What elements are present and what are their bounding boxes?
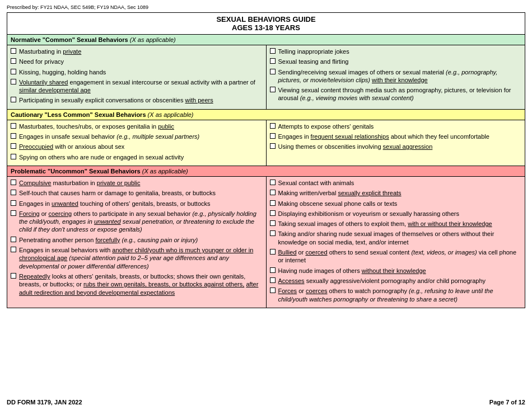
checkbox-p5[interactable]	[11, 237, 16, 242]
checkbox-p3[interactable]	[11, 200, 16, 206]
item-text-p15: Having nude images of others without the…	[278, 267, 522, 275]
checkbox-p10[interactable]	[270, 200, 276, 206]
item-text-p10: Making obscene sexual phone calls or tex…	[278, 200, 522, 208]
list-item: Spying on others who are nude or engaged…	[11, 153, 263, 161]
checkbox-n3[interactable]	[11, 69, 16, 74]
checkbox-p7[interactable]	[11, 273, 16, 279]
checkbox-p17[interactable]	[270, 288, 276, 293]
item-text-p11: Displaying exhibitionism or voyeurism or…	[278, 210, 522, 218]
list-item: Having nude images of others without the…	[270, 267, 522, 275]
list-item: Making written/verbal sexually explicit …	[270, 189, 522, 197]
checkbox-p15[interactable]	[270, 267, 276, 273]
cautionary-section: Cautionary "Less Common" Sexual Behavior…	[7, 110, 525, 166]
checkbox-p16[interactable]	[270, 277, 276, 283]
problematic-body: Compulsive masturbation in private or pu…	[7, 177, 525, 308]
list-item: Taking sexual images of others to exploi…	[270, 220, 522, 228]
list-item: Forcing or coercing others to participat…	[11, 210, 263, 234]
checkbox-c4[interactable]	[11, 154, 16, 159]
list-item: Sexual contact with animals	[270, 179, 522, 187]
item-text-p1: Compulsive masturbation in private or pu…	[19, 179, 263, 187]
checkbox-c1[interactable]	[11, 123, 16, 129]
list-item: Repeatedly looks at others' genitals, br…	[11, 272, 263, 296]
cautionary-right-col: Attempts to expose others' genitals Enga…	[267, 120, 525, 166]
normative-left-col: Masturbating in private Need for privacy…	[7, 45, 267, 109]
checkbox-n5[interactable]	[11, 97, 16, 102]
list-item: Forces or coerces others to watch pornog…	[270, 287, 522, 303]
list-item: Using themes or obscenities involving se…	[270, 143, 522, 150]
checkbox-p1[interactable]	[11, 180, 16, 185]
checkbox-n4[interactable]	[11, 79, 16, 84]
checkbox-p12[interactable]	[270, 220, 276, 226]
list-item: Bullied or coerced others to send sexual…	[270, 248, 522, 265]
item-text-n2: Need for privacy	[19, 58, 263, 65]
item-text-c6: Engages in frequent sexual relationships…	[278, 133, 522, 140]
checkbox-c7[interactable]	[270, 143, 276, 149]
checkbox-p11[interactable]	[270, 210, 276, 216]
item-text-c4: Spying on others who are nude or engaged…	[19, 153, 263, 161]
item-text-n8: Sending/receiving sexual images of other…	[278, 68, 522, 84]
problematic-header: Problematic "Uncommon" Sexual Behaviors …	[7, 166, 525, 177]
title-line1: SEXUAL BEHAVIORS GUIDE	[10, 15, 522, 23]
item-text-p13: Taking and/or sharing nude sexual images…	[278, 230, 522, 246]
list-item: Need for privacy	[11, 58, 263, 65]
checkbox-p13[interactable]	[270, 230, 276, 236]
footer-left: DD FORM 3179, JAN 2022	[7, 399, 82, 406]
item-text-p3: Engages in unwanted touching of others' …	[19, 200, 263, 208]
list-item: Taking and/or sharing nude sexual images…	[270, 230, 522, 246]
item-text-n3: Kissing, hugging, holding hands	[19, 68, 263, 76]
list-item: Attempts to expose others' genitals	[270, 122, 522, 130]
prescribed-by: Prescribed by: FY21 NDAA, SEC 549B; FY19…	[7, 4, 525, 10]
list-item: Compulsive masturbation in private or pu…	[11, 179, 263, 187]
checkbox-n9[interactable]	[270, 87, 276, 92]
list-item: Engages in frequent sexual relationships…	[270, 133, 522, 140]
item-text-c3: Preoccupied with or anxious about sex	[19, 143, 263, 150]
cautionary-header: Cautionary "Less Common" Sexual Behavior…	[7, 110, 525, 120]
list-item: Preoccupied with or anxious about sex	[11, 143, 263, 150]
list-item: Kissing, hugging, holding hands	[11, 68, 263, 76]
normative-right-col: Telling inappropriate jokes Sexual teasi…	[267, 45, 525, 109]
item-text-n5: Participating in sexually explicit conve…	[19, 96, 263, 104]
checkbox-n8[interactable]	[270, 69, 276, 74]
checkbox-n7[interactable]	[270, 58, 276, 64]
cautionary-body: Masturbates, touches/rubs, or exposes ge…	[7, 120, 525, 166]
checkbox-p8[interactable]	[270, 180, 276, 185]
checkbox-c6[interactable]	[270, 133, 276, 139]
checkbox-n1[interactable]	[11, 48, 16, 54]
problematic-section: Problematic "Uncommon" Sexual Behaviors …	[7, 166, 525, 308]
checkbox-n2[interactable]	[11, 58, 16, 64]
checkbox-c3[interactable]	[11, 143, 16, 149]
main-title: SEXUAL BEHAVIORS GUIDE AGES 13-18 YEARS	[7, 12, 525, 35]
item-text-p16: Accesses sexually aggressive/violent por…	[278, 277, 522, 285]
item-text-p4: Forcing or coercing others to participat…	[19, 210, 263, 234]
item-text-p9: Making written/verbal sexually explicit …	[278, 189, 522, 197]
item-text-p2: Self-touch that causes harm or damage to…	[19, 189, 263, 197]
list-item: Engages in unsafe sexual behavior (e.g.,…	[11, 133, 263, 140]
item-text-n6: Telling inappropriate jokes	[278, 48, 522, 55]
checkbox-n6[interactable]	[270, 48, 276, 54]
item-text-n7: Sexual teasing and flirting	[278, 58, 522, 65]
item-text-p5: Penetrating another person forcefully (e…	[19, 236, 263, 244]
item-text-p7: Repeatedly looks at others' genitals, br…	[19, 272, 263, 296]
item-text-c1: Masturbates, touches/rubs, or exposes ge…	[19, 122, 263, 130]
list-item: Sexual teasing and flirting	[270, 58, 522, 65]
problematic-right-col: Sexual contact with animals Making writt…	[267, 177, 525, 308]
list-item: Making obscene sexual phone calls or tex…	[270, 200, 522, 208]
checkbox-p14[interactable]	[270, 249, 276, 255]
item-text-p12: Taking sexual images of others to exploi…	[278, 220, 522, 228]
list-item: Masturbates, touches/rubs, or exposes ge…	[11, 122, 263, 130]
title-line2: AGES 13-18 YEARS	[10, 23, 522, 32]
checkbox-p2[interactable]	[11, 190, 16, 195]
checkbox-p4[interactable]	[11, 210, 16, 216]
list-item: Telling inappropriate jokes	[270, 48, 522, 55]
normative-section: Normative "Common" Sexual Behaviors (X a…	[7, 35, 525, 110]
item-text-p6: Engages in sexual behaviors with another…	[19, 246, 263, 270]
checkbox-p9[interactable]	[270, 190, 276, 195]
checkbox-p6[interactable]	[11, 247, 16, 252]
list-item: Self-touch that causes harm or damage to…	[11, 189, 263, 197]
checkbox-c5[interactable]	[270, 123, 276, 129]
checkbox-c2[interactable]	[11, 133, 16, 139]
problematic-left-col: Compulsive masturbation in private or pu…	[7, 177, 267, 308]
item-text-c2: Engages in unsafe sexual behavior (e.g.,…	[19, 133, 263, 140]
footer: DD FORM 3179, JAN 2022 Page 7 of 12	[7, 399, 525, 406]
list-item: Masturbating in private	[11, 48, 263, 55]
